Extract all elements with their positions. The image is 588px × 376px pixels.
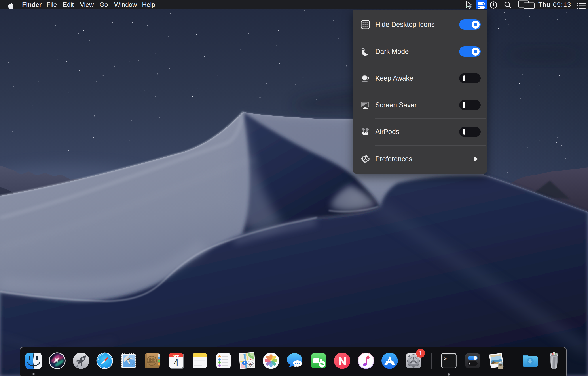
svg-text:APR: APR xyxy=(172,354,179,357)
svg-text:3D: 3D xyxy=(249,362,252,365)
svg-text:4: 4 xyxy=(173,357,179,368)
svg-text:>_: >_ xyxy=(444,356,450,362)
